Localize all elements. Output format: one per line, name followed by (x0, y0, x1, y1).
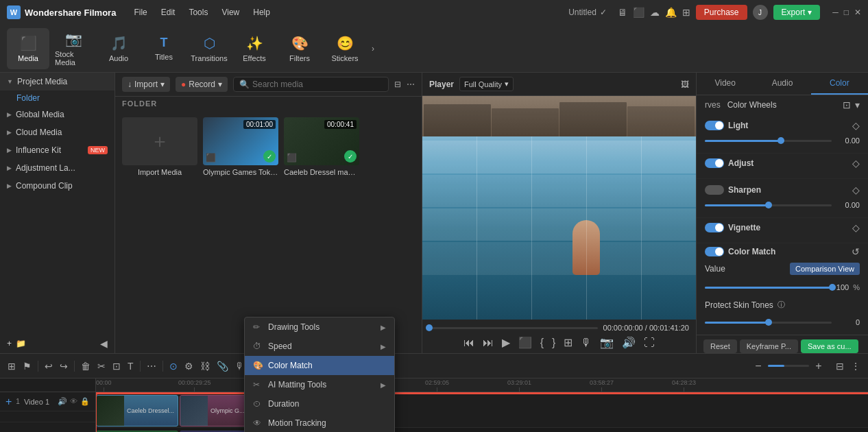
sidebar-folder[interactable]: Folder (0, 91, 114, 106)
tab-audio[interactable]: Audio (754, 73, 810, 95)
comparison-view-button[interactable]: Comparison View (790, 263, 860, 275)
toolbar-item-audio[interactable]: 🎵 Audio (97, 28, 140, 69)
mark-in-button[interactable]: { (540, 337, 544, 349)
fullscreen-button[interactable]: ⛶ (644, 337, 655, 349)
tab-video[interactable]: Video (697, 73, 754, 95)
menu-tools[interactable]: Tools (183, 5, 213, 20)
folder-icon[interactable]: 📁 (16, 339, 26, 348)
adjust-diamond-icon[interactable]: ◇ (852, 158, 860, 169)
collapse-sidebar-icon[interactable]: ◀ (100, 338, 108, 349)
link-icon[interactable]: ⛓ (198, 359, 212, 374)
split-view-icon[interactable]: ⊡ (843, 99, 851, 110)
track-eye-icon[interactable]: 👁 (70, 397, 77, 406)
step-back-button[interactable]: ⏭ (483, 337, 494, 349)
light-toggle[interactable] (705, 121, 724, 130)
redo-icon[interactable]: ↪ (58, 359, 70, 374)
filter-icon[interactable]: ⊟ (394, 80, 401, 89)
quality-select[interactable]: Full Quality ▾ (459, 77, 514, 91)
light-slider[interactable] (705, 140, 832, 142)
player-settings-icon[interactable]: 🖼 (681, 80, 689, 89)
ctx-speed[interactable]: ⏱ Speed ▶ (245, 337, 394, 356)
reset-button[interactable]: Reset (703, 339, 737, 353)
timeline-scenes-icon[interactable]: ⊞ (5, 359, 18, 374)
skip-back-button[interactable]: ⏮ (463, 337, 474, 349)
keyframe-button[interactable]: Keyframe P... (740, 339, 798, 353)
snap-icon[interactable]: ⊙ (167, 359, 180, 374)
ctx-duration[interactable]: ⏲ Duration (245, 394, 394, 413)
track-clip-olympic[interactable]: Olympic G... (180, 395, 252, 427)
close-icon[interactable]: ✕ (854, 8, 861, 17)
user-avatar[interactable]: J (753, 5, 768, 20)
toolbar-item-stickers[interactable]: 😊 Stickers (324, 28, 366, 69)
purchase-button[interactable]: Purchase (696, 5, 747, 20)
sidebar-item-adjustment[interactable]: ▶ Adjustment La... (0, 159, 114, 177)
toolbar-item-effects[interactable]: ✨ Effects (233, 28, 276, 69)
color-match-toggle[interactable] (705, 247, 724, 256)
light-diamond-icon[interactable]: ◇ (852, 120, 860, 131)
bell-icon[interactable]: 🔔 (665, 7, 677, 18)
color-match-slider[interactable] (705, 287, 832, 289)
save-button[interactable]: Save as cu... (801, 339, 858, 353)
minimize-icon[interactable]: ─ (832, 8, 839, 17)
grid-icon[interactable]: ⊞ (682, 7, 690, 18)
toolbar-item-transitions[interactable]: ⬡ Transitions (188, 28, 230, 69)
timeline-markers-icon[interactable]: ⚑ (21, 359, 34, 374)
color-match-refresh-icon[interactable]: ↺ (852, 246, 860, 257)
timeline-grid-icon[interactable]: ⊟ (834, 359, 846, 374)
menu-help[interactable]: Help (248, 5, 276, 20)
menu-file[interactable]: File (128, 5, 152, 20)
media-item-caeleb[interactable]: 00:00:41 ⬛ ✓ Caeleb Dressel makes ... (284, 117, 359, 176)
timeline-more-icon[interactable]: ⋮ (849, 359, 863, 374)
record-button[interactable]: ● Record ▾ (176, 77, 228, 92)
volume-button[interactable]: 🔊 (622, 336, 636, 349)
ctx-ai-matting[interactable]: ✂ AI Matting Tools ▶ (245, 375, 394, 394)
sidebar-item-global-media[interactable]: ▶ Global Media (0, 106, 114, 123)
text-icon[interactable]: T (125, 359, 136, 374)
track-lock-icon[interactable]: 🔒 (80, 397, 90, 406)
voiceover-button[interactable]: 🎙 (581, 337, 592, 349)
menu-view[interactable]: View (216, 5, 245, 20)
toolbar-item-media[interactable]: ⬛ Media (7, 28, 49, 69)
info-icon[interactable]: ⓘ (777, 300, 785, 310)
clip-icon[interactable]: 📎 (215, 359, 230, 374)
sidebar-item-cloud-media[interactable]: ▶ Cloud Media (0, 123, 114, 141)
add-folder-icon[interactable]: + (7, 339, 12, 348)
stop-button[interactable]: ⬛ (518, 336, 532, 349)
sharpen-toggle[interactable] (705, 185, 724, 195)
ripple-icon[interactable]: ⚙ (182, 359, 195, 374)
maximize-icon[interactable]: □ (844, 8, 849, 17)
menu-edit[interactable]: Edit (156, 5, 181, 20)
crop-icon[interactable]: ⊡ (110, 359, 123, 374)
tab-color[interactable]: Color (811, 73, 868, 95)
screen2-icon[interactable]: ⬛ (633, 7, 644, 18)
media-item-olympic[interactable]: 00:01:00 ⬛ ✓ Olympic Games Tokyo... (203, 117, 278, 176)
adjust-toggle[interactable] (705, 158, 724, 168)
progress-bar[interactable] (429, 327, 598, 329)
color-wheels-more-icon[interactable]: ▾ (855, 99, 860, 110)
track-add-icon[interactable]: + (5, 396, 12, 408)
cut-icon[interactable]: ✂ (95, 359, 108, 374)
import-button[interactable]: ↓ Import ▾ (122, 77, 170, 92)
snapshot-button[interactable]: 📷 (600, 336, 614, 349)
skin-slider[interactable] (705, 322, 832, 324)
undo-icon[interactable]: ↩ (43, 359, 55, 374)
ctx-color-match[interactable]: 🎨 Color Match (245, 356, 394, 375)
export-button[interactable]: Export ▾ (773, 5, 821, 20)
cloud-icon[interactable]: ☁ (650, 7, 660, 18)
more-tools-icon[interactable]: ⋯ (145, 359, 158, 374)
monitor-icon[interactable]: 🖥 (618, 7, 627, 18)
delete-icon[interactable]: 🗑 (79, 359, 93, 374)
sidebar-item-influence-kit[interactable]: ▶ Influence Kit NEW (0, 141, 114, 159)
more-options-icon[interactable]: ⋯ (407, 80, 415, 89)
mark-out-button[interactable]: } (552, 337, 555, 349)
add-to-timeline-button[interactable]: ⊞ (564, 336, 572, 349)
zoom-in-icon[interactable]: + (812, 359, 825, 373)
vignette-toggle[interactable] (705, 223, 724, 232)
sharpen-diamond-icon[interactable]: ◇ (852, 184, 860, 195)
toolbar-more-arrow[interactable]: › (369, 41, 377, 56)
vignette-diamond-icon[interactable]: ◇ (852, 222, 860, 233)
play-button[interactable]: ▶ (502, 336, 510, 349)
ctx-motion-tracking[interactable]: 👁 Motion Tracking (245, 413, 394, 432)
ctx-drawing-tools[interactable]: ✏ Drawing Tools ▶ (245, 317, 394, 337)
zoom-slider[interactable] (768, 365, 809, 367)
